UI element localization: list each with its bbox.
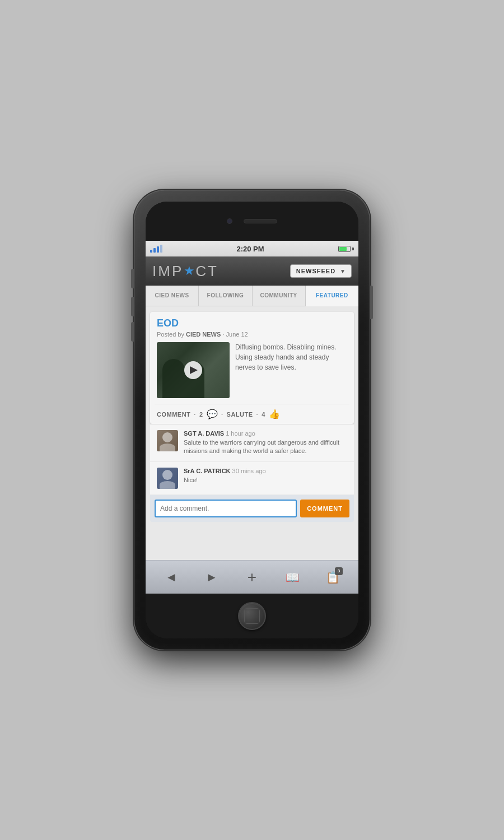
post-card: EOD Posted by CIED NEWS · June 12 — [150, 312, 354, 424]
content-area: EOD Posted by CIED NEWS · June 12 — [146, 306, 358, 560]
comment-content: SGT A. DAVIS 1 hour ago Salute to the wa… — [184, 430, 347, 456]
salute-count: 4 — [262, 411, 265, 418]
dot-separator-1: · — [194, 411, 196, 418]
post-body: Diffusing bombs. Disabling mines. Using … — [150, 342, 354, 404]
back-button[interactable]: ◄ — [159, 565, 184, 590]
newsfeed-button[interactable]: NEWSFEED ▼ — [290, 264, 352, 278]
battery-fill — [339, 247, 347, 251]
front-camera — [227, 218, 232, 224]
bottom-navigation: ◄ ► + 📖 📋 3 — [146, 560, 358, 594]
tab-following[interactable]: FOLLOWING — [199, 286, 252, 306]
earpiece-speaker — [244, 219, 277, 223]
logo-text-prefix: IMP — [152, 263, 183, 280]
comment-content: SrA C. PATRICK 30 mins ago Nice! — [184, 468, 347, 489]
chevron-down-icon: ▼ — [340, 268, 346, 274]
dot-separator-2: · — [221, 411, 223, 418]
comment-text: Nice! — [184, 476, 347, 484]
app-logo: IMP ★ CT — [152, 263, 218, 280]
avatar — [157, 430, 178, 451]
logo-text-suffix: CT — [195, 263, 218, 280]
post-actions: COMMENT · 2 💬 · SALUTE · 4 👍 — [150, 404, 354, 424]
logo-star-icon: ★ — [184, 264, 195, 278]
forward-button[interactable]: ► — [199, 565, 224, 590]
comment-input-area: COMMENT — [150, 495, 354, 522]
comment-author: SGT A. DAVIS 1 hour ago — [184, 430, 347, 437]
book-icon: 📖 — [286, 571, 300, 584]
battery-tip — [352, 248, 354, 250]
screen: 2:20 PM IMP ★ CT NEWSFEED ▼ — [146, 241, 358, 594]
home-button[interactable] — [238, 602, 266, 630]
post-description: Diffusing bombs. Disabling mines. Using … — [235, 342, 347, 398]
salute-action-label[interactable]: SALUTE — [227, 411, 253, 418]
comment-count: 2 — [199, 411, 203, 418]
notification-badge: 3 — [335, 567, 343, 575]
play-icon — [190, 366, 198, 374]
bookmarks-button[interactable]: 📖 — [280, 565, 305, 590]
comments-section: SGT A. DAVIS 1 hour ago Salute to the wa… — [150, 424, 354, 495]
comment-text: Salute to the warriors carrying out dang… — [184, 438, 347, 456]
tab-bar: CIED NEWS FOLLOWING COMMUNITY FEATURED — [146, 286, 358, 306]
comment-item: SGT A. DAVIS 1 hour ago Salute to the wa… — [150, 424, 354, 462]
status-time: 2:20 PM — [236, 245, 264, 253]
avatar — [157, 468, 178, 489]
app-header: IMP ★ CT NEWSFEED ▼ — [146, 256, 358, 286]
comment-item: SrA C. PATRICK 30 mins ago Nice! — [150, 462, 354, 495]
comment-author: SrA C. PATRICK 30 mins ago — [184, 468, 347, 474]
bottom-bezel — [146, 594, 358, 638]
speech-bubble-icon: 💬 — [207, 409, 218, 419]
tab-featured[interactable]: FEATURED — [306, 286, 358, 306]
post-title: EOD — [157, 318, 347, 329]
post-meta: Posted by CIED NEWS · June 12 — [157, 331, 347, 338]
tab-community[interactable]: COMMUNITY — [253, 286, 306, 306]
add-button[interactable]: + — [240, 565, 264, 590]
signal-indicator — [150, 245, 162, 253]
thumbs-up-icon: 👍 — [269, 409, 281, 419]
home-button-inner — [244, 608, 260, 624]
dot-separator-3: · — [256, 411, 259, 418]
phone-inner: 2:20 PM IMP ★ CT NEWSFEED ▼ — [146, 202, 358, 638]
battery-indicator — [338, 246, 354, 252]
newsfeed-label: NEWSFEED — [296, 268, 335, 274]
post-header: EOD Posted by CIED NEWS · June 12 — [150, 312, 354, 342]
play-button[interactable] — [184, 361, 202, 379]
notifications-button[interactable]: 📋 3 — [320, 565, 345, 590]
battery-body — [338, 246, 351, 252]
post-thumbnail[interactable] — [157, 342, 230, 398]
status-bar: 2:20 PM — [146, 241, 358, 256]
comment-submit-button[interactable]: COMMENT — [300, 500, 349, 517]
top-bezel — [146, 202, 358, 241]
comment-action-label[interactable]: COMMENT — [157, 411, 190, 418]
phone-frame: 2:20 PM IMP ★ CT NEWSFEED ▼ — [134, 190, 370, 650]
tab-cied-news[interactable]: CIED NEWS — [146, 286, 199, 306]
comment-input[interactable] — [155, 500, 297, 517]
